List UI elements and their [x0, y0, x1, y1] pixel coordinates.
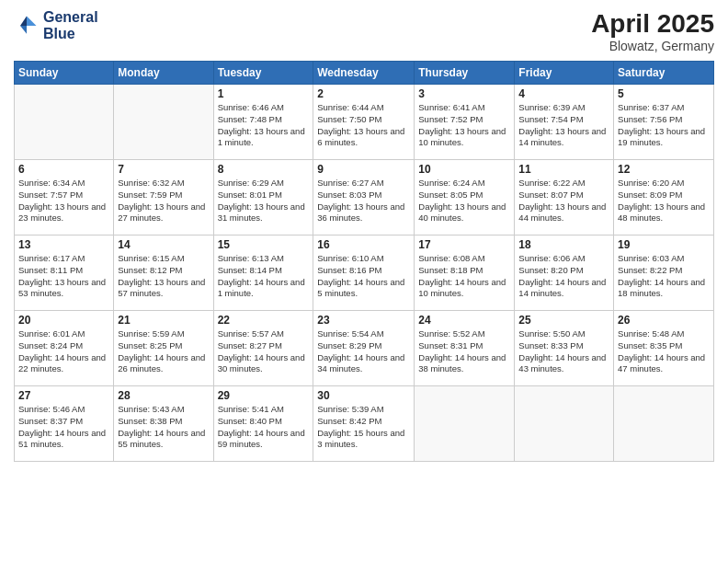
calendar-cell: [114, 85, 213, 160]
calendar-cell: 10Sunrise: 6:24 AM Sunset: 8:05 PM Dayli…: [415, 160, 515, 236]
day-number: 2: [317, 87, 410, 100]
day-info: Sunrise: 5:41 AM Sunset: 8:40 PM Dayligh…: [218, 404, 310, 451]
day-number: 19: [618, 238, 710, 251]
day-number: 11: [518, 163, 609, 176]
calendar-cell: 6Sunrise: 6:34 AM Sunset: 7:57 PM Daylig…: [15, 160, 114, 236]
day-info: Sunrise: 6:44 AM Sunset: 7:50 PM Dayligh…: [317, 102, 410, 149]
day-number: 20: [18, 314, 109, 327]
calendar-cell: 13Sunrise: 6:17 AM Sunset: 8:11 PM Dayli…: [15, 236, 114, 311]
day-info: Sunrise: 6:32 AM Sunset: 7:59 PM Dayligh…: [118, 178, 209, 224]
calendar-cell: 22Sunrise: 5:57 AM Sunset: 8:27 PM Dayli…: [213, 311, 313, 386]
day-info: Sunrise: 6:03 AM Sunset: 8:22 PM Dayligh…: [618, 253, 710, 300]
day-number: 26: [618, 314, 710, 327]
day-info: Sunrise: 5:48 AM Sunset: 8:35 PM Dayligh…: [618, 328, 710, 375]
logo: General Blue: [14, 9, 98, 41]
day-number: 30: [317, 389, 410, 402]
day-number: 16: [317, 238, 410, 251]
logo-line2: Blue: [43, 26, 98, 42]
day-header-saturday: Saturday: [614, 62, 714, 85]
calendar-cell: 3Sunrise: 6:41 AM Sunset: 7:52 PM Daylig…: [415, 85, 515, 160]
calendar-cell: 30Sunrise: 5:39 AM Sunset: 8:42 PM Dayli…: [313, 386, 415, 462]
calendar-week-5: 27Sunrise: 5:46 AM Sunset: 8:37 PM Dayli…: [15, 386, 714, 462]
calendar-cell: [415, 386, 515, 462]
calendar-week-1: 1Sunrise: 6:46 AM Sunset: 7:48 PM Daylig…: [15, 85, 714, 160]
day-info: Sunrise: 6:27 AM Sunset: 8:03 PM Dayligh…: [317, 178, 410, 224]
calendar-cell: 1Sunrise: 6:46 AM Sunset: 7:48 PM Daylig…: [213, 85, 313, 160]
day-number: 3: [418, 87, 510, 100]
day-info: Sunrise: 6:29 AM Sunset: 8:01 PM Dayligh…: [218, 178, 310, 224]
day-info: Sunrise: 5:50 AM Sunset: 8:33 PM Dayligh…: [518, 328, 609, 375]
location: Blowatz, Germany: [591, 39, 714, 53]
calendar-cell: 29Sunrise: 5:41 AM Sunset: 8:40 PM Dayli…: [213, 386, 313, 462]
logo-icon: [14, 13, 40, 39]
day-number: 5: [618, 87, 710, 100]
calendar-cell: 11Sunrise: 6:22 AM Sunset: 8:07 PM Dayli…: [515, 160, 614, 236]
svg-marker-2: [20, 26, 27, 34]
day-number: 27: [18, 389, 109, 402]
day-header-friday: Friday: [515, 62, 614, 85]
day-info: Sunrise: 6:17 AM Sunset: 8:11 PM Dayligh…: [18, 253, 109, 300]
day-info: Sunrise: 6:39 AM Sunset: 7:54 PM Dayligh…: [518, 102, 609, 149]
day-info: Sunrise: 6:46 AM Sunset: 7:48 PM Dayligh…: [218, 102, 310, 149]
calendar-week-4: 20Sunrise: 6:01 AM Sunset: 8:24 PM Dayli…: [15, 311, 714, 386]
day-number: 18: [518, 238, 609, 251]
day-number: 28: [118, 389, 209, 402]
calendar: SundayMondayTuesdayWednesdayThursdayFrid…: [14, 61, 714, 462]
header: General Blue April 2025 Blowatz, Germany: [14, 9, 714, 53]
day-number: 22: [218, 314, 310, 327]
title-block: April 2025 Blowatz, Germany: [591, 9, 714, 53]
day-number: 4: [518, 87, 609, 100]
calendar-cell: 25Sunrise: 5:50 AM Sunset: 8:33 PM Dayli…: [515, 311, 614, 386]
calendar-cell: 16Sunrise: 6:10 AM Sunset: 8:16 PM Dayli…: [313, 236, 415, 311]
day-number: 13: [18, 238, 109, 251]
calendar-cell: 8Sunrise: 6:29 AM Sunset: 8:01 PM Daylig…: [213, 160, 313, 236]
day-number: 6: [18, 163, 109, 176]
day-info: Sunrise: 6:41 AM Sunset: 7:52 PM Dayligh…: [418, 102, 510, 149]
day-header-sunday: Sunday: [15, 62, 114, 85]
calendar-cell: 5Sunrise: 6:37 AM Sunset: 7:56 PM Daylig…: [614, 85, 714, 160]
day-number: 25: [518, 314, 609, 327]
calendar-cell: 27Sunrise: 5:46 AM Sunset: 8:37 PM Dayli…: [15, 386, 114, 462]
calendar-cell: 9Sunrise: 6:27 AM Sunset: 8:03 PM Daylig…: [313, 160, 415, 236]
page: General Blue April 2025 Blowatz, Germany…: [0, 0, 728, 563]
day-number: 24: [418, 314, 510, 327]
day-number: 14: [118, 238, 209, 251]
day-number: 15: [218, 238, 310, 251]
calendar-cell: 26Sunrise: 5:48 AM Sunset: 8:35 PM Dayli…: [614, 311, 714, 386]
day-number: 17: [418, 238, 510, 251]
day-number: 1: [218, 87, 310, 100]
day-info: Sunrise: 5:46 AM Sunset: 8:37 PM Dayligh…: [18, 404, 109, 451]
day-info: Sunrise: 5:52 AM Sunset: 8:31 PM Dayligh…: [418, 328, 510, 375]
calendar-cell: [15, 85, 114, 160]
day-info: Sunrise: 6:06 AM Sunset: 8:20 PM Dayligh…: [518, 253, 609, 300]
day-info: Sunrise: 5:39 AM Sunset: 8:42 PM Dayligh…: [317, 404, 410, 451]
svg-marker-0: [27, 16, 37, 26]
calendar-cell: 7Sunrise: 6:32 AM Sunset: 7:59 PM Daylig…: [114, 160, 213, 236]
calendar-cell: [614, 386, 714, 462]
day-header-wednesday: Wednesday: [313, 62, 415, 85]
calendar-week-2: 6Sunrise: 6:34 AM Sunset: 7:57 PM Daylig…: [15, 160, 714, 236]
svg-marker-1: [20, 16, 27, 26]
calendar-cell: 24Sunrise: 5:52 AM Sunset: 8:31 PM Dayli…: [415, 311, 515, 386]
calendar-header-row: SundayMondayTuesdayWednesdayThursdayFrid…: [15, 62, 714, 85]
day-info: Sunrise: 6:24 AM Sunset: 8:05 PM Dayligh…: [418, 178, 510, 224]
calendar-cell: 23Sunrise: 5:54 AM Sunset: 8:29 PM Dayli…: [313, 311, 415, 386]
day-info: Sunrise: 6:34 AM Sunset: 7:57 PM Dayligh…: [18, 178, 109, 224]
calendar-cell: [515, 386, 614, 462]
day-info: Sunrise: 6:10 AM Sunset: 8:16 PM Dayligh…: [317, 253, 410, 300]
calendar-cell: 20Sunrise: 6:01 AM Sunset: 8:24 PM Dayli…: [15, 311, 114, 386]
calendar-cell: 2Sunrise: 6:44 AM Sunset: 7:50 PM Daylig…: [313, 85, 415, 160]
logo-line1: General: [43, 9, 98, 26]
calendar-cell: 15Sunrise: 6:13 AM Sunset: 8:14 PM Dayli…: [213, 236, 313, 311]
day-number: 12: [618, 163, 710, 176]
day-info: Sunrise: 5:59 AM Sunset: 8:25 PM Dayligh…: [118, 328, 209, 375]
day-number: 10: [418, 163, 510, 176]
month-title: April 2025: [591, 9, 714, 39]
day-info: Sunrise: 6:01 AM Sunset: 8:24 PM Dayligh…: [18, 328, 109, 375]
calendar-cell: 4Sunrise: 6:39 AM Sunset: 7:54 PM Daylig…: [515, 85, 614, 160]
day-number: 9: [317, 163, 410, 176]
day-number: 21: [118, 314, 209, 327]
day-header-thursday: Thursday: [415, 62, 515, 85]
calendar-cell: 28Sunrise: 5:43 AM Sunset: 8:38 PM Dayli…: [114, 386, 213, 462]
calendar-week-3: 13Sunrise: 6:17 AM Sunset: 8:11 PM Dayli…: [15, 236, 714, 311]
